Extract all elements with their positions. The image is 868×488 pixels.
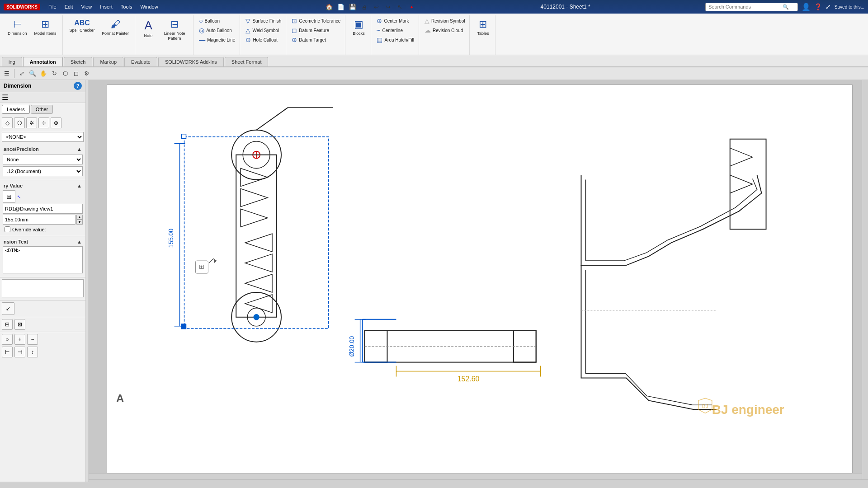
panel-h-scrollbar[interactable] — [0, 482, 86, 488]
spinner-down[interactable]: ▼ — [76, 220, 83, 225]
magnetic-line-button[interactable]: — Magnetic Line — [197, 35, 237, 44]
center-mark-button[interactable]: ⊕ Center Mark — [375, 16, 416, 25]
view-list-icon[interactable]: ☰ — [2, 69, 12, 79]
help-icon[interactable]: ❓ — [814, 3, 822, 10]
3d-view-btn[interactable]: ⬡ — [60, 69, 70, 79]
menu-window[interactable]: Window — [137, 3, 161, 10]
tolerance-dropdown[interactable]: None — [3, 155, 83, 164]
rotate-btn[interactable]: ↻ — [49, 69, 59, 79]
tab-sheet-format[interactable]: Sheet Format — [225, 57, 269, 66]
calculator-button[interactable]: ⊞ — [3, 190, 15, 203]
none-dropdown[interactable]: <NONE> — [2, 132, 84, 142]
override-value-checkbox[interactable] — [5, 226, 10, 232]
redo-btn[interactable]: ↪ — [383, 2, 393, 12]
style-icon-1[interactable]: ◇ — [2, 117, 13, 128]
search-input[interactable] — [708, 4, 781, 9]
zoom-in-btn[interactable]: 🔍 — [28, 69, 38, 79]
search-dropdown-icon[interactable]: ▼ — [791, 5, 795, 9]
tab-markup[interactable]: Markup — [93, 57, 123, 66]
settings-btn[interactable]: ⚙ — [82, 69, 92, 79]
undo-btn[interactable]: ↩ — [371, 2, 381, 12]
model-items-button[interactable]: ⊞ Model Items — [31, 16, 60, 38]
user-icon[interactable]: 👤 — [802, 3, 811, 11]
revision-cloud-label: Revision Cloud — [433, 28, 463, 33]
tab-annotation[interactable]: Annotation — [23, 57, 63, 66]
menu-view[interactable]: View — [78, 3, 96, 10]
menu-edit[interactable]: Edit — [61, 3, 77, 10]
format-painter-button[interactable]: 🖌 Format Painter — [99, 16, 132, 38]
style-icon-5[interactable]: ⊕ — [51, 117, 61, 128]
panel-list-icon[interactable]: ☰ — [2, 94, 8, 101]
balloon-button[interactable]: ○ Balloon — [197, 16, 237, 25]
home-btn[interactable]: 🏠 — [324, 2, 334, 12]
dim-text-header[interactable]: nsion Text ▲ — [2, 238, 84, 245]
save-btn[interactable]: 💾 — [348, 2, 358, 12]
style-icon-4[interactable]: ⊹ — [38, 117, 49, 128]
drawing-h-scrollbar[interactable] — [89, 473, 862, 479]
revision-symbol-button[interactable]: △ Revision Symbol — [423, 16, 467, 25]
tab-sketch[interactable]: Sketch — [64, 57, 93, 66]
area-hatch-button[interactable]: ▦ Area Hatch/Fill — [375, 35, 416, 44]
search-icon[interactable]: 🔍 — [783, 4, 789, 10]
dimension-button[interactable]: ⊢ Dimension — [5, 16, 30, 38]
blocks-button[interactable]: ▣ Blocks — [349, 16, 368, 38]
align-center-icon[interactable]: ⊠ — [14, 319, 25, 330]
spacing-icon-1[interactable]: ○ — [2, 334, 13, 345]
datum-target-button[interactable]: ⊕ Datum Target — [290, 35, 342, 44]
spell-checker-button[interactable]: ABC Spell Checker — [66, 16, 98, 35]
centerline-button[interactable]: ┄ Centerline — [375, 26, 416, 35]
style-icon-2[interactable]: ⬡ — [14, 117, 25, 128]
menu-file[interactable]: File — [45, 3, 60, 10]
spacing-icon-4[interactable]: ⊢ — [2, 347, 13, 357]
spacing-icon-2[interactable]: + — [14, 334, 25, 345]
datum-feature-button[interactable]: ◻ Datum Feature — [290, 26, 342, 35]
tables-button[interactable]: ⊞ Tables — [473, 16, 492, 38]
menu-insert[interactable]: Insert — [96, 3, 116, 10]
panel-help-button[interactable]: ? — [74, 82, 82, 90]
primary-value-ref-input[interactable] — [3, 204, 83, 214]
leaders-tab[interactable]: Leaders — [2, 105, 30, 114]
linear-note-button[interactable]: ⊟ Linear Note Pattern — [159, 16, 190, 43]
weld-symbol-button[interactable]: △ Weld Symbol — [244, 26, 283, 35]
precision-dropdown[interactable]: .12 (Document) — [3, 166, 83, 176]
search-bar: 🔍 ▼ — [705, 3, 798, 11]
auto-balloon-button[interactable]: ◎ Auto Balloon — [197, 26, 237, 35]
open-btn[interactable]: 📄 — [336, 2, 346, 12]
drawing-area[interactable]: A — [89, 80, 868, 488]
spinner-up[interactable]: ▲ — [76, 215, 83, 220]
print-btn[interactable]: 🖨 — [359, 2, 369, 12]
revision-cloud-button[interactable]: ☁ Revision Cloud — [423, 26, 467, 35]
primary-value-input[interactable] — [3, 215, 75, 225]
geometric-tolerance-button[interactable]: ⊡ Geometric Tolerance — [290, 16, 342, 25]
titlebar-right: 🔍 ▼ 👤 ❓ ⤢ Saved to this... — [705, 3, 864, 11]
tolerance-section-header[interactable]: ance/Precision ▲ — [2, 145, 84, 153]
main-body — [236, 155, 277, 317]
select-btn[interactable]: ↖ — [395, 2, 405, 12]
spacing-icon-3[interactable]: − — [27, 334, 38, 345]
drawing-v-scrollbar[interactable] — [862, 80, 868, 479]
right-arm-path — [581, 175, 761, 266]
tab-drawing[interactable]: ing — [2, 57, 22, 66]
note-button[interactable]: A Note — [139, 16, 158, 41]
style-icon-3[interactable]: ✲ — [26, 117, 37, 128]
primary-value-header[interactable]: ry Value ▲ — [2, 182, 84, 189]
surface-column: ▽ Surface Finish △ Weld Symbol ⊙ Hole Ca… — [244, 16, 283, 44]
align-left-icon[interactable]: ⊟ — [2, 319, 13, 330]
tri-3 — [241, 209, 268, 227]
hole-callout-button[interactable]: ⊙ Hole Callout — [244, 35, 283, 44]
tab-evaluate[interactable]: Evaluate — [124, 57, 157, 66]
spacing-icon-5[interactable]: ⊣ — [14, 347, 25, 357]
extra-textarea[interactable] — [2, 279, 84, 297]
dim-text-area[interactable]: <DIM> — [3, 246, 83, 273]
expand-icon[interactable]: ⤢ — [826, 3, 831, 10]
display-style-btn[interactable]: ◻ — [71, 69, 81, 79]
spacing-icon-6[interactable]: ↨ — [27, 347, 38, 357]
panel-view-icons: ☰ — [0, 92, 85, 103]
arrow-function-icon[interactable]: ↙ — [2, 302, 14, 315]
zoom-fit-btn[interactable]: ⤢ — [17, 69, 27, 79]
surface-finish-button[interactable]: ▽ Surface Finish — [244, 16, 283, 25]
pan-btn[interactable]: ✋ — [38, 69, 48, 79]
tab-addins[interactable]: SOLIDWORKS Add-Ins — [158, 57, 224, 66]
other-tab[interactable]: Other — [31, 105, 53, 114]
menu-tools[interactable]: Tools — [117, 3, 136, 10]
